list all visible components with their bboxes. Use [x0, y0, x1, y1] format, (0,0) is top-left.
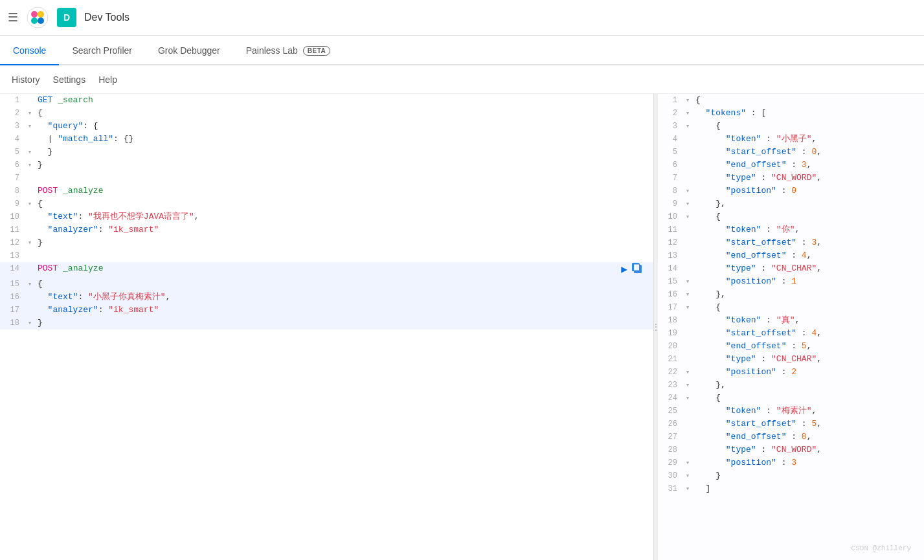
editor-line: 2 ▾ { [0, 107, 653, 120]
svg-point-1 [31, 11, 38, 17]
app-title: Dev Tools [84, 12, 130, 23]
editor-line: 10 "text": "我再也不想学JAVA语言了", [0, 210, 653, 223]
output-line: 2 ▾ "tokens" : [ [658, 107, 924, 120]
copy-as-curl-button[interactable] [631, 262, 643, 278]
watermark: CSDN @Zhillery [851, 544, 911, 552]
output-line: 5 "start_offset" : 0, [658, 146, 924, 159]
output-line: 8 ▾ "position" : 0 [658, 185, 924, 197]
output-line: 13 "end_offset" : 4, [658, 249, 924, 262]
menu-icon[interactable]: ☰ [8, 10, 18, 25]
user-avatar[interactable]: D [57, 8, 76, 27]
output-line: 14 "type" : "CN_CHAR", [658, 262, 924, 275]
output-line: 4 "token" : "小黑子", [658, 133, 924, 146]
output-line: 1 ▾ { [658, 94, 924, 107]
svg-point-4 [38, 17, 44, 24]
editor-line: 7 [0, 172, 653, 185]
output-line: 26 "start_offset" : 5, [658, 418, 924, 431]
main-area: 1 GET _search 2 ▾ { 3 ▾ "query": { 4 | "… [0, 94, 924, 560]
output-line: 18 "token" : "真", [658, 314, 924, 327]
editor-line: 9 ▾ { [0, 197, 653, 210]
output-line: 16 ▾ }, [658, 288, 924, 301]
run-button[interactable]: ▶ [621, 263, 627, 276]
settings-button[interactable]: Settings [52, 72, 87, 87]
editor-line: 15 ▾ { [0, 278, 653, 291]
output-line: 25 "token" : "梅素汁", [658, 405, 924, 418]
editor-line: 17 "analyzer": "ik_smart" [0, 304, 653, 317]
editor-line: 18 ▾ } [0, 317, 653, 330]
help-button[interactable]: Help [97, 72, 118, 87]
output-line: 28 "type" : "CN_WORD", [658, 443, 924, 456]
output-line: 24 ▾ { [658, 392, 924, 405]
output-lines: 1 ▾ { 2 ▾ "tokens" : [ 3 ▾ { 4 "tok [658, 94, 924, 560]
editor-line: 13 [0, 249, 653, 262]
svg-point-3 [31, 17, 38, 24]
topbar: ☰ D Dev Tools [0, 0, 924, 36]
tab-painless-lab[interactable]: Painless Lab BETA [233, 37, 344, 65]
output-line: 12 "start_offset" : 3, [658, 236, 924, 249]
output-line: 19 "start_offset" : 4, [658, 327, 924, 340]
output-line: 30 ▾ } [658, 469, 924, 482]
output-line: 11 "token" : "你", [658, 223, 924, 236]
editor-line: 4 | "match_all": {} [0, 133, 653, 146]
output-line: 21 "type" : "CN_CHAR", [658, 353, 924, 366]
editor-line: 5 ▾ } [0, 146, 653, 159]
output-line: 9 ▾ }, [658, 197, 924, 210]
nav-tabs: Console Search Profiler Grok Debugger Pa… [0, 36, 924, 65]
output-line: 15 ▾ "position" : 1 [658, 275, 924, 288]
editor-line: 16 "text": "小黑子你真梅素汁", [0, 291, 653, 304]
editor-line: 1 GET _search [0, 94, 653, 107]
output-line: 7 "type" : "CN_WORD", [658, 172, 924, 185]
output-line: 23 ▾ }, [658, 379, 924, 392]
output-line: 31 ▾ ] [658, 482, 924, 495]
editor-pane[interactable]: 1 GET _search 2 ▾ { 3 ▾ "query": { 4 | "… [0, 94, 654, 560]
output-line: 29 ▾ "position" : 3 [658, 456, 924, 469]
output-line: 6 "end_offset" : 3, [658, 159, 924, 172]
output-line: 27 "end_offset" : 8, [658, 431, 924, 443]
editor-line-highlighted: 14 POST _analyze ▶ [0, 262, 653, 278]
editor-line: 3 ▾ "query": { [0, 120, 653, 133]
editor-line: 6 ▾ } [0, 159, 653, 172]
beta-badge: BETA [303, 46, 330, 56]
tab-console[interactable]: Console [0, 37, 59, 65]
output-line: 22 ▾ "position" : 2 [658, 366, 924, 379]
editor-line: 8 POST _analyze [0, 185, 653, 197]
output-line: 17 ▾ { [658, 301, 924, 314]
svg-point-0 [27, 7, 48, 28]
output-line: 3 ▾ { [658, 120, 924, 133]
sub-toolbar: History Settings Help [0, 65, 924, 94]
elastic-logo [26, 6, 49, 29]
output-pane: 1 ▾ { 2 ▾ "tokens" : [ 3 ▾ { 4 "tok [658, 94, 924, 560]
editor-line: 11 "analyzer": "ik_smart" [0, 223, 653, 236]
editor-line: 12 ▾ } [0, 236, 653, 249]
svg-point-2 [38, 11, 44, 17]
output-line: 10 ▾ { [658, 210, 924, 223]
editor-lines: 1 GET _search 2 ▾ { 3 ▾ "query": { 4 | "… [0, 94, 653, 560]
tab-grok-debugger[interactable]: Grok Debugger [145, 37, 233, 65]
tab-search-profiler[interactable]: Search Profiler [59, 37, 145, 65]
output-line: 20 "end_offset" : 5, [658, 340, 924, 353]
history-button[interactable]: History [10, 72, 41, 87]
